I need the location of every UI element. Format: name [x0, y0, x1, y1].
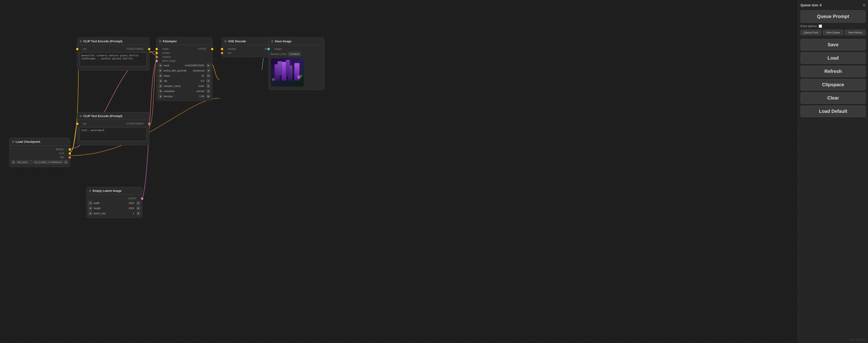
steps-stepper-row: ◄ steps 20 ►: [157, 73, 212, 78]
clip-input-label-neg: clip: [83, 122, 86, 125]
scheduler-label: scheduler: [163, 90, 187, 92]
seed-prev-btn[interactable]: ◄: [158, 63, 162, 67]
svg-rect-3: [282, 62, 286, 81]
control-next-btn[interactable]: ►: [207, 69, 210, 73]
sampler-name-label: sampler_name: [163, 85, 187, 87]
cfg-value: 8.0: [187, 80, 206, 82]
filename-prefix-row: filename_prefix ComfyUI: [269, 51, 324, 57]
clip-text-negative-body: clip CONDITIONING text, watermark: [77, 120, 149, 145]
samples-input-label: samples: [228, 48, 236, 50]
width-label: width: [93, 202, 117, 204]
negative-input-port: [155, 56, 158, 58]
seed-next-btn[interactable]: ►: [207, 63, 210, 67]
positive-input-label: positive: [162, 52, 170, 54]
node-dot: [224, 40, 227, 42]
control-after-value: randomize: [188, 69, 207, 72]
steps-next-btn[interactable]: ►: [207, 74, 210, 78]
steps-label: steps: [163, 74, 187, 77]
watermark-text: CSDN @金灵_Li: [848, 338, 866, 342]
denoise-next-btn[interactable]: ►: [207, 94, 210, 98]
empty-latent-title: Empty Latent Image: [93, 189, 122, 193]
control-after-label: control_after_generate: [162, 69, 188, 72]
latent-output-row: LATENT: [87, 197, 142, 200]
latent-image-input-port: [155, 60, 158, 62]
cfg-next-btn[interactable]: ►: [207, 79, 210, 83]
seed-label: seed: [163, 64, 182, 67]
save-image-title: Save Image: [275, 39, 291, 43]
latent-output-port: [141, 197, 143, 200]
save-image-body: images filename_prefix ComfyUI: [269, 45, 324, 90]
sampler-prev-btn[interactable]: ◄: [158, 84, 162, 88]
clip-input-row-neg: clip CONDITIONING: [77, 122, 149, 126]
clipspace-button[interactable]: Clipspace: [801, 79, 866, 90]
control-prev-btn[interactable]: ◄: [158, 69, 162, 73]
model-input-row: model LATENT: [157, 47, 212, 51]
positive-prompt-textarea[interactable]: beautiful scenery nature glass bottle la…: [80, 52, 147, 66]
conditioning-output-port-pos: [148, 48, 150, 50]
denoise-label: denoise: [163, 95, 187, 98]
vae-input-port: [221, 52, 223, 54]
height-prev-btn[interactable]: ◄: [89, 206, 92, 210]
latent-image-input-row: latent_image: [157, 59, 212, 63]
load-checkpoint-header: Load Checkpoint: [9, 138, 70, 146]
queue-prompt-button[interactable]: Queue Prompt: [801, 10, 866, 23]
conditioning-output-label-pos: CONDITIONING: [126, 48, 147, 50]
load-button[interactable]: Load: [801, 52, 866, 64]
queue-front-button[interactable]: Queue Front: [801, 30, 821, 35]
width-prev-btn[interactable]: ◄: [89, 201, 92, 205]
cfg-prev-btn[interactable]: ◄: [158, 79, 162, 83]
clip-text-positive-header: CLIP Text Encode (Prompt): [77, 38, 149, 45]
conditioning-output-label-neg: CONDITIONING: [126, 122, 147, 125]
batch-prev-btn[interactable]: ◄: [89, 211, 92, 215]
scheduler-value: normal: [187, 90, 206, 92]
steps-prev-btn[interactable]: ◄: [158, 74, 162, 78]
node-dot: [89, 190, 91, 192]
clear-button[interactable]: Clear: [801, 92, 866, 104]
load-default-button[interactable]: Load Default: [801, 106, 866, 117]
negative-prompt-textarea[interactable]: text, watermark: [80, 127, 147, 141]
batch-next-btn[interactable]: ►: [136, 211, 140, 215]
batch-size-label: batch_size: [93, 212, 117, 215]
height-next-btn[interactable]: ►: [136, 206, 140, 210]
ckpt-name-value[interactable]: sd_xl_refiner_1.0.safetensors: [33, 160, 63, 164]
extra-options-row: Extra options: [801, 25, 866, 28]
save-image-preview: [271, 58, 304, 86]
save-button[interactable]: Save: [801, 39, 866, 51]
ckpt-prev-btn[interactable]: ◄: [11, 160, 15, 164]
clip-text-negative-header: CLIP Text Encode (Prompt): [77, 112, 149, 120]
control-after-stepper-row: ◄ control_after_generate randomize ►: [157, 68, 212, 73]
sampler-next-btn[interactable]: ►: [207, 84, 210, 88]
cfg-label: cfg: [163, 80, 187, 82]
clip-text-negative-node: CLIP Text Encode (Prompt) clip CONDITION…: [77, 112, 149, 145]
denoise-stepper-row: ◄ denoise 1.00 ►: [157, 94, 212, 99]
images-input-row: images: [269, 47, 324, 51]
denoise-prev-btn[interactable]: ◄: [158, 94, 162, 98]
height-value: 1024: [118, 207, 136, 209]
model-output-port: [69, 148, 71, 151]
refresh-button[interactable]: Refresh: [801, 66, 866, 77]
batch-size-stepper-row: ◄ batch_size 1 ►: [87, 211, 142, 216]
sampler-name-value: euler: [187, 85, 206, 87]
width-value: 1024: [118, 202, 136, 204]
seed-value: 414431006276353: [183, 64, 206, 67]
width-next-btn[interactable]: ►: [136, 201, 140, 205]
scheduler-prev-btn[interactable]: ◄: [158, 89, 162, 93]
positive-input-port: [155, 52, 158, 54]
ckpt-next-btn[interactable]: ►: [64, 160, 68, 164]
node-dot: [80, 115, 82, 117]
positive-input-row: positive: [157, 51, 212, 55]
extra-options-checkbox[interactable]: [819, 25, 822, 28]
view-history-button[interactable]: View History: [845, 30, 866, 35]
node-dot: [271, 40, 273, 42]
scheduler-next-btn[interactable]: ►: [207, 89, 210, 93]
cfg-stepper-row: ◄ cfg 8.0 ►: [157, 78, 212, 83]
sampler-stepper-row: ◄ sampler_name euler ►: [157, 83, 212, 89]
filename-prefix-value[interactable]: ComfyUI: [288, 52, 301, 56]
model-input-port: [155, 48, 158, 50]
gear-icon[interactable]: ⚙: [863, 3, 866, 7]
node-dot: [12, 141, 14, 143]
view-queue-button[interactable]: View Queue: [823, 30, 843, 35]
extra-options-label: Extra options: [801, 25, 817, 28]
save-image-node: Save Image images filename_prefix ComfyU…: [269, 37, 324, 90]
ksampler-body: model LATENT positive negative latent_im…: [157, 45, 212, 101]
